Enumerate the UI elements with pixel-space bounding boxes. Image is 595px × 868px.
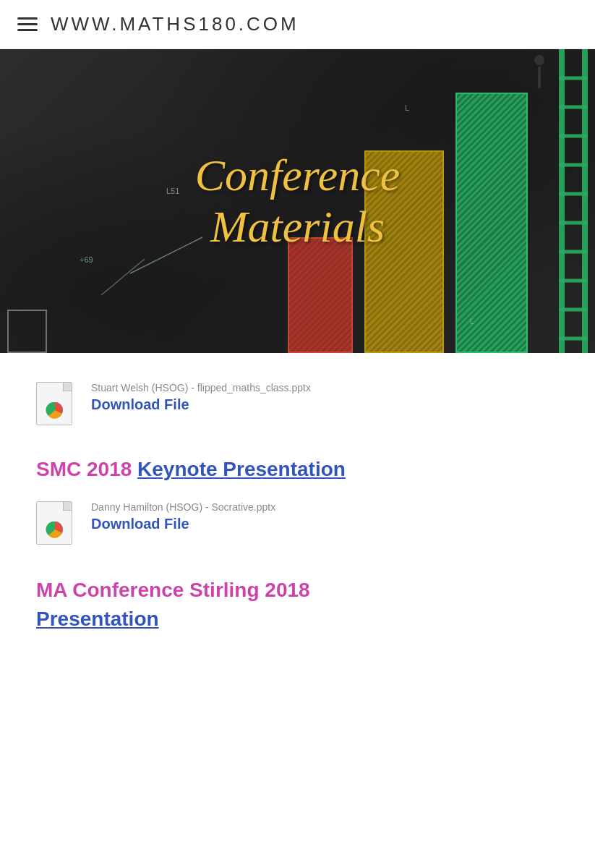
file-item-2: Danny Hamilton (HSOG) - Socrative.pptx D… — [36, 501, 559, 548]
hero-text-container: Conference Materials — [195, 150, 400, 253]
ma-conference-section: MA Conference Stirling 2018 Presentation — [36, 577, 559, 633]
keynote-link[interactable]: Keynote Presentation — [137, 458, 346, 480]
file-info-2: Danny Hamilton (HSOG) - Socrative.pptx D… — [91, 501, 559, 532]
file-icon-1 — [36, 382, 80, 429]
file-name-1: Stuart Welsh (HSOG) - flipped_maths_clas… — [91, 382, 559, 393]
small-box-graphic — [7, 310, 47, 353]
smc-section-heading: SMC 2018 Keynote Presentation — [36, 458, 559, 481]
file-item-1: Stuart Welsh (HSOG) - flipped_maths_clas… — [36, 382, 559, 429]
bar-green — [455, 93, 528, 353]
file-name-2: Danny Hamilton (HSOG) - Socrative.pptx — [91, 501, 559, 513]
file-icon-2 — [36, 501, 80, 548]
smc-prefix-text: SMC 2018 — [36, 458, 137, 480]
ma-conference-title: MA Conference Stirling 2018 — [36, 577, 559, 603]
hero-title-line1: Conference — [195, 150, 400, 201]
ladder-graphic — [552, 49, 595, 353]
person-silhouette — [528, 55, 550, 98]
site-header: WWW.MATHS180.COM — [0, 0, 595, 49]
pie-chart-icon-2 — [45, 519, 65, 540]
download-link-2[interactable]: Download File — [91, 516, 189, 532]
hero-title-line2: Materials — [195, 201, 400, 252]
download-link-1[interactable]: Download File — [91, 396, 189, 412]
bar-red — [288, 237, 353, 353]
hamburger-menu-icon[interactable] — [17, 17, 38, 31]
main-content: Stuart Welsh (HSOG) - flipped_maths_clas… — [0, 353, 595, 679]
pie-chart-icon-1 — [45, 400, 65, 420]
hero-banner: +69 L51 L L Conference Materials — [0, 49, 595, 353]
site-title: WWW.MATHS180.COM — [51, 13, 299, 35]
ma-conference-link[interactable]: Presentation — [36, 606, 559, 632]
file-info-1: Stuart Welsh (HSOG) - flipped_maths_clas… — [91, 382, 559, 413]
ladder-rungs-svg — [552, 49, 595, 353]
